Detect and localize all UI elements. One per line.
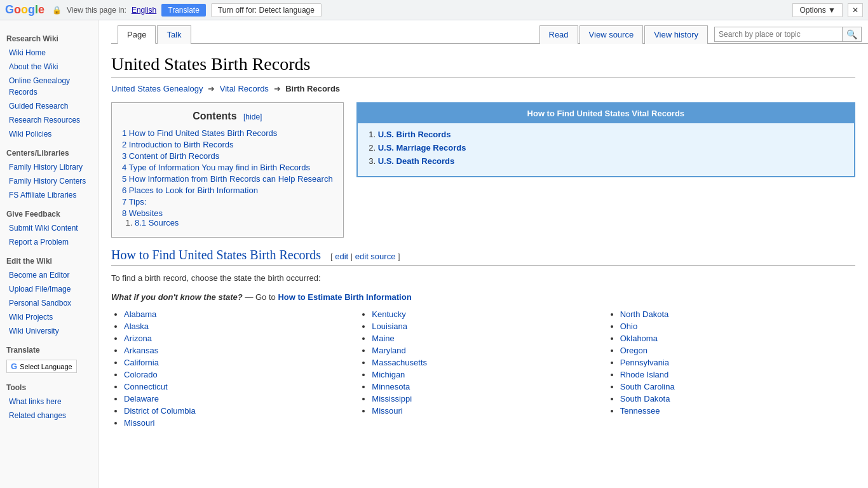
sidebar-item-wiki-policies[interactable]: Wiki Policies: [0, 127, 98, 141]
contents-item-2: 2 Introduction to Birth Records: [122, 140, 333, 149]
turnoff-button[interactable]: Turn off for: Detect language: [211, 3, 322, 17]
tab-read[interactable]: Read: [539, 25, 578, 44]
sidebar-item-what-links[interactable]: What links here: [0, 395, 98, 409]
state-link-tennessee[interactable]: Tennessee: [620, 406, 660, 416]
contents-item-6: 6 Places to Look for Birth Information: [122, 186, 333, 195]
select-language-button[interactable]: G Select Language: [6, 360, 77, 373]
sidebar-item-wiki-home[interactable]: Wiki Home: [0, 46, 98, 60]
list-item: Tennessee: [620, 406, 855, 416]
state-link-delaware[interactable]: Delaware: [124, 394, 159, 403]
sidebar-item-related-changes[interactable]: Related changes: [0, 409, 98, 423]
state-link-maryland[interactable]: Maryland: [372, 346, 405, 355]
sidebar-research-wiki-title: Research Wiki: [0, 29, 98, 46]
list-item: Missouri: [124, 418, 359, 428]
state-link-mississippi[interactable]: Mississippi: [372, 394, 412, 403]
edit-link[interactable]: edit: [335, 252, 348, 261]
infobox-link-death[interactable]: U.S. Death Records: [378, 156, 455, 166]
state-link-alabama[interactable]: Alabama: [124, 309, 156, 319]
sidebar-item-report-problem[interactable]: Report a Problem: [0, 235, 98, 249]
sidebar-item-upload-file[interactable]: Upload File/Image: [0, 282, 98, 296]
state-link-dc[interactable]: District of Columbia: [124, 406, 196, 416]
sidebar-item-research-resources[interactable]: Research Resources: [0, 113, 98, 127]
list-item: Maine: [372, 334, 607, 343]
sidebar-item-online-genealogy[interactable]: Online Genealogy Records: [0, 74, 98, 99]
sidebar-item-wiki-projects[interactable]: Wiki Projects: [0, 310, 98, 324]
infobox-item-marriage: U.S. Marriage Records: [378, 143, 846, 152]
sidebar-item-family-history-centers[interactable]: Family History Centers: [0, 174, 98, 188]
contents-link-4[interactable]: 4 Type of Information You may find in Bi…: [122, 163, 310, 172]
state-link-louisiana[interactable]: Louisiana: [372, 322, 407, 331]
sidebar-item-wiki-university[interactable]: Wiki University: [0, 324, 98, 338]
sidebar-item-become-editor[interactable]: Become an Editor: [0, 268, 98, 282]
sidebar-centers-title: Centers/Libraries: [0, 144, 98, 160]
state-link-north-dakota[interactable]: North Dakota: [620, 309, 669, 319]
state-link-oregon[interactable]: Oregon: [620, 346, 648, 355]
sidebar: Research Wiki Wiki Home About the Wiki O…: [0, 20, 98, 488]
content-area: Page Talk Read View source View history …: [98, 20, 868, 488]
sidebar-item-family-history-library[interactable]: Family History Library: [0, 160, 98, 174]
contents-link-2[interactable]: 2 Introduction to Birth Records: [122, 140, 234, 149]
contents-sublist-8: 8.1 Sources: [122, 218, 333, 227]
sidebar-item-fs-affiliate[interactable]: FS Affiliate Libraries: [0, 188, 98, 202]
estimate-birth-link[interactable]: How to Estimate Birth Information: [278, 292, 411, 302]
sidebar-item-submit-wiki[interactable]: Submit Wiki Content: [0, 221, 98, 235]
lock-icon: 🔒: [52, 6, 62, 15]
state-link-minnesota[interactable]: Minnesota: [372, 382, 410, 391]
infobox-link-marriage[interactable]: U.S. Marriage Records: [378, 143, 466, 152]
state-link-colorado[interactable]: Colorado: [124, 370, 158, 379]
language-link[interactable]: English: [132, 6, 156, 15]
tab-talk[interactable]: Talk: [157, 25, 191, 44]
sidebar-item-personal-sandbox[interactable]: Personal Sandbox: [0, 296, 98, 310]
state-link-massachusetts[interactable]: Massachusetts: [372, 358, 427, 367]
close-button[interactable]: ✕: [848, 3, 863, 17]
state-link-missouri-col1[interactable]: Missouri: [124, 418, 154, 428]
sidebar-item-guided-research[interactable]: Guided Research: [0, 99, 98, 113]
list-item: Arizona: [124, 334, 359, 343]
state-link-alaska[interactable]: Alaska: [124, 322, 149, 331]
contents-link-8[interactable]: 8 Websites: [122, 208, 163, 218]
state-link-ohio[interactable]: Ohio: [620, 322, 637, 331]
sidebar-item-about[interactable]: About the Wiki: [0, 60, 98, 74]
contents-link-1[interactable]: 1 How to Find United States Birth Record…: [122, 128, 277, 138]
contents-box: Contents [hide] 1 How to Find United Sta…: [111, 102, 344, 238]
state-link-south-dakota[interactable]: South Dakota: [620, 394, 670, 403]
state-link-california[interactable]: California: [124, 358, 159, 367]
contents-link-3[interactable]: 3 Content of Birth Records: [122, 151, 219, 161]
translate-button[interactable]: Translate: [161, 4, 206, 17]
state-link-arizona[interactable]: Arizona: [124, 334, 152, 343]
breadcrumb-link-genealogy[interactable]: United States Genealogy: [111, 84, 203, 93]
edit-source-link[interactable]: edit source: [355, 252, 396, 261]
sidebar-feedback-title: Give Feedback: [0, 205, 98, 221]
contents-link-7[interactable]: 7 Tips:: [122, 197, 146, 207]
section-find-intro: To find a birth record, choose the state…: [111, 272, 855, 285]
state-link-oklahoma[interactable]: Oklahoma: [620, 334, 658, 343]
contents-link-8-1[interactable]: 8.1 Sources: [135, 218, 179, 227]
contents-link-6[interactable]: 6 Places to Look for Birth Information: [122, 186, 258, 195]
breadcrumb-link-vital[interactable]: Vital Records: [220, 84, 269, 93]
tab-view-history[interactable]: View history: [644, 25, 708, 44]
search-input[interactable]: [715, 28, 842, 41]
contents-link-5[interactable]: 5 How Information from Birth Records can…: [122, 174, 333, 184]
tab-view-source[interactable]: View source: [580, 25, 644, 44]
state-link-arkansas[interactable]: Arkansas: [124, 346, 158, 355]
contents-hide-link[interactable]: [hide]: [243, 112, 262, 121]
contents-item-1: 1 How to Find United States Birth Record…: [122, 128, 333, 138]
sidebar-translate-title: Translate: [0, 341, 98, 357]
options-button[interactable]: Options ▼: [792, 3, 843, 17]
tab-page[interactable]: Page: [118, 25, 156, 44]
list-item: Minnesota: [372, 382, 607, 391]
state-link-south-carolina[interactable]: South Carolina: [620, 382, 675, 391]
search-button[interactable]: 🔍: [842, 27, 861, 41]
dash-text: — Go to: [245, 292, 278, 302]
infobox-link-birth[interactable]: U.S. Birth Records: [378, 130, 451, 139]
state-link-connecticut[interactable]: Connecticut: [124, 382, 168, 391]
section-find-estimate: What if you don't know the state? — Go t…: [111, 291, 855, 304]
list-item: Connecticut: [124, 382, 359, 391]
state-link-michigan[interactable]: Michigan: [372, 370, 405, 379]
state-link-rhode-island[interactable]: Rhode Island: [620, 370, 669, 379]
state-link-missouri[interactable]: Missouri: [372, 406, 402, 416]
state-link-pennsylvania[interactable]: Pennsylvania: [620, 358, 669, 367]
state-link-kentucky[interactable]: Kentucky: [372, 309, 405, 319]
state-link-maine[interactable]: Maine: [372, 334, 394, 343]
section-find-title: How to Find United States Birth Records: [111, 248, 321, 262]
